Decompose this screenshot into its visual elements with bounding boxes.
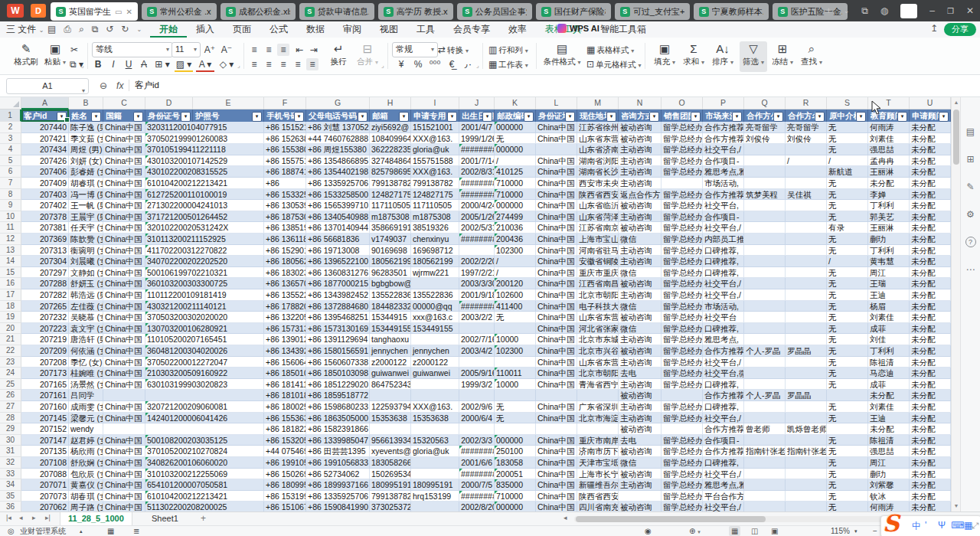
- valign-icon-2[interactable]: ≡: [263, 44, 275, 56]
- cell[interactable]: 口碑推荐,: [703, 245, 744, 257]
- cell[interactable]: [411, 390, 459, 401]
- cell[interactable]: 630103199903020823: [145, 379, 264, 391]
- cell[interactable]: [577, 390, 619, 401]
- cell[interactable]: 市场活动,: [703, 301, 744, 312]
- cell[interactable]: 微信: [619, 267, 662, 279]
- cell[interactable]: China中国: [103, 379, 145, 391]
- cell[interactable]: +86 1335925706: [306, 491, 370, 502]
- cell[interactable]: 207219: [21, 334, 69, 345]
- cell[interactable]: [786, 413, 827, 424]
- column-letter-U[interactable]: U: [910, 97, 951, 109]
- cell[interactable]: 未分配: [910, 289, 951, 301]
- cell[interactable]: 117110505: [411, 200, 459, 211]
- sheet-tab-11_28_5_1000[interactable]: 11_28_5_1000: [60, 512, 132, 525]
- cell[interactable]: 合作方推荐: [703, 423, 744, 435]
- cell[interactable]: 135522836: [411, 289, 459, 301]
- ime-icon-2[interactable]: ': [925, 520, 926, 531]
- wps-logo-icon[interactable]: W: [7, 4, 24, 18]
- cell[interactable]: [662, 178, 703, 189]
- header-cell-H[interactable]: 邮箱▾: [370, 109, 411, 122]
- cell[interactable]: 江西省南昌: [577, 278, 619, 289]
- row-number-25[interactable]: 25: [0, 379, 21, 391]
- cell[interactable]: 000000: [495, 144, 536, 155]
- paste-button[interactable]: ▣粘贴 ▾: [41, 41, 69, 72]
- globe-icon[interactable]: ◍: [880, 5, 888, 16]
- cell[interactable]: 未分配: [910, 435, 951, 446]
- cell[interactable]: 周子路 (女: [69, 502, 103, 511]
- cell[interactable]: 无: [827, 289, 868, 301]
- file-menu[interactable]: 三 文件 ⌄: [6, 21, 44, 37]
- cell[interactable]: 370105200210270824: [145, 446, 264, 457]
- cell[interactable]: 西安市未央: [577, 178, 619, 189]
- upload-icon[interactable]: ↥: [930, 23, 938, 34]
- quick-icon-2[interactable]: ⎙: [64, 24, 71, 34]
- cell[interactable]: +86 13657006: [264, 278, 306, 289]
- cell[interactable]: 207265: [21, 301, 69, 312]
- cell[interactable]: China中国: [103, 469, 145, 480]
- cell[interactable]: 留学总经办: [662, 413, 703, 424]
- cell[interactable]: [786, 357, 827, 368]
- cell[interactable]: [786, 144, 827, 155]
- cell[interactable]: gloria@uk: [411, 144, 459, 155]
- cell[interactable]: 207165: [21, 379, 69, 391]
- cell[interactable]: 未分配: [910, 469, 951, 480]
- cell[interactable]: China中国: [103, 245, 145, 257]
- cell[interactable]: 无: [827, 334, 868, 345]
- cell[interactable]: 黄韦慧: [868, 256, 910, 267]
- row-number-34[interactable]: 34: [0, 479, 21, 491]
- cell[interactable]: China中国: [536, 345, 577, 357]
- column-letter-L[interactable]: L: [536, 97, 577, 109]
- cell[interactable]: 825798695: [370, 166, 411, 178]
- cell[interactable]: 360103200303300725: [145, 278, 264, 289]
- cell[interactable]: [786, 301, 827, 312]
- cell[interactable]: +86 13851932: [264, 222, 306, 234]
- cell[interactable]: 主动咨询: [619, 256, 662, 267]
- cell[interactable]: 2005/9/16: [459, 368, 495, 379]
- cell[interactable]: 2002/8/20: [459, 502, 495, 511]
- ime-icon-5[interactable]: ▦: [964, 520, 972, 531]
- format-painter-button[interactable]: ✎格式刷: [12, 41, 40, 72]
- wps-home-icon[interactable]: D: [31, 4, 46, 18]
- cell[interactable]: 未分配: [910, 491, 951, 502]
- cell[interactable]: 主动咨询: [619, 178, 662, 189]
- number-icon-2[interactable]: %: [410, 58, 426, 70]
- cell[interactable]: +86 1354866895: [306, 155, 370, 167]
- menu-tab-数据[interactable]: 数据: [297, 21, 334, 38]
- halign-icon-5[interactable]: ≡: [306, 58, 318, 70]
- cell[interactable]: 180995191: [370, 479, 411, 491]
- cell[interactable]: 2003/2/2: [459, 312, 495, 323]
- column-letter-C[interactable]: C: [103, 97, 145, 109]
- cell[interactable]: China中国: [536, 479, 577, 491]
- cell[interactable]: China中国: [103, 345, 145, 357]
- column-letter-I[interactable]: I: [411, 97, 459, 109]
- underline-button[interactable]: U: [122, 58, 135, 70]
- cell[interactable]: 留学总经办: [662, 200, 703, 211]
- cell[interactable]: 主动咨询: [619, 401, 662, 413]
- view-mode-icon-2[interactable]: ◫: [749, 526, 760, 536]
- cell[interactable]: 周江: [868, 267, 910, 279]
- cell[interactable]: 社交平台,微: [703, 368, 744, 379]
- cell[interactable]: 未分配: [910, 189, 951, 201]
- doc-tab-8[interactable]: S可过_支付宝+_滴滴: [615, 3, 690, 20]
- cell[interactable]: [662, 390, 703, 401]
- cell[interactable]: 曾老师: [744, 423, 786, 435]
- cell[interactable]: 710000: [495, 178, 536, 189]
- cell[interactable]: 罗晶晶: [786, 345, 827, 357]
- cell[interactable]: 360481200304020026: [145, 345, 264, 357]
- cell[interactable]: 留学总经办: [662, 122, 703, 133]
- strikethrough-button[interactable]: A: [138, 58, 150, 70]
- cell[interactable]: 微信: [619, 301, 662, 312]
- cell[interactable]: China中国: [103, 234, 145, 245]
- cell[interactable]: 社交平台,/: [703, 222, 744, 234]
- row-number-32[interactable]: 32: [0, 457, 21, 469]
- cell[interactable]: 135522836: [370, 289, 411, 301]
- cell[interactable]: 陈子逸 (男: [69, 122, 103, 133]
- cell[interactable]: 留学总经办: [662, 289, 703, 301]
- cell[interactable]: tanghaoxu: [370, 334, 411, 345]
- cell[interactable]: 合作项目-: [703, 211, 744, 223]
- cell[interactable]: +86 1340540988: [306, 211, 370, 223]
- cell[interactable]: 430321200211140121: [145, 301, 264, 312]
- cell[interactable]: 口碑推荐,: [703, 267, 744, 279]
- cell[interactable]: 主动咨询: [619, 245, 662, 257]
- ime-expand-icon[interactable]: ⤢: [972, 521, 978, 531]
